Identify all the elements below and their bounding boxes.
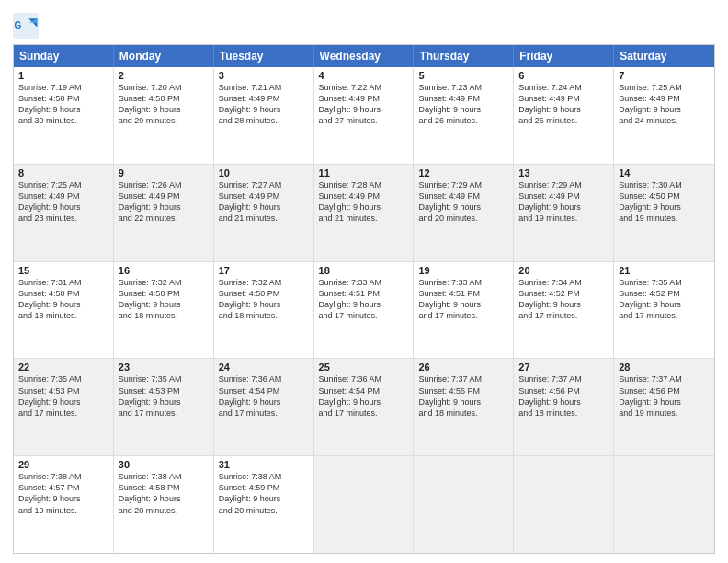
day-cell-24: 24Sunrise: 7:36 AMSunset: 4:54 PMDayligh…: [214, 359, 314, 455]
cell-info: Sunrise: 7:26 AMSunset: 4:49 PMDaylight:…: [119, 179, 209, 224]
day-cell-18: 18Sunrise: 7:33 AMSunset: 4:51 PMDayligh…: [314, 262, 415, 359]
cell-info: Sunrise: 7:32 AMSunset: 4:50 PMDaylight:…: [119, 277, 209, 322]
page: G SundayMondayTuesdayWednesdayThursdayFr…: [0, 0, 728, 563]
cell-info: Sunrise: 7:25 AMSunset: 4:49 PMDaylight:…: [18, 179, 108, 224]
day-number: 17: [219, 265, 309, 276]
day-cell-13: 13Sunrise: 7:29 AMSunset: 4:49 PMDayligh…: [514, 165, 614, 261]
day-number: 24: [219, 362, 309, 373]
cell-info: Sunrise: 7:31 AMSunset: 4:50 PMDaylight:…: [18, 277, 108, 322]
day-cell-11: 11Sunrise: 7:28 AMSunset: 4:49 PMDayligh…: [314, 165, 415, 261]
cell-info: Sunrise: 7:24 AMSunset: 4:49 PMDaylight:…: [518, 82, 609, 127]
day-number: 18: [319, 265, 409, 276]
empty-cell-4-5: [514, 456, 614, 553]
day-number: 25: [319, 362, 409, 373]
day-cell-2: 2Sunrise: 7:20 AMSunset: 4:50 PMDaylight…: [114, 67, 214, 164]
calendar-row-1: 8Sunrise: 7:25 AMSunset: 4:49 PMDaylight…: [14, 164, 714, 261]
calendar-body: 1Sunrise: 7:19 AMSunset: 4:50 PMDaylight…: [14, 67, 714, 553]
day-number: 30: [119, 459, 209, 470]
svg-text:G: G: [15, 20, 22, 30]
day-number: 3: [219, 70, 309, 81]
day-cell-20: 20Sunrise: 7:34 AMSunset: 4:52 PMDayligh…: [514, 262, 614, 359]
empty-cell-4-3: [314, 456, 415, 553]
header-day-thursday: Thursday: [414, 45, 514, 67]
cell-info: Sunrise: 7:34 AMSunset: 4:52 PMDaylight:…: [518, 277, 609, 322]
day-cell-30: 30Sunrise: 7:38 AMSunset: 4:58 PMDayligh…: [114, 456, 214, 553]
day-cell-3: 3Sunrise: 7:21 AMSunset: 4:49 PMDaylight…: [214, 67, 314, 164]
day-number: 31: [219, 459, 309, 470]
header-day-friday: Friday: [514, 45, 614, 67]
day-number: 1: [18, 70, 108, 81]
empty-cell-4-4: [414, 456, 514, 553]
cell-info: Sunrise: 7:20 AMSunset: 4:50 PMDaylight:…: [119, 82, 209, 127]
day-number: 23: [119, 362, 209, 373]
day-cell-9: 9Sunrise: 7:26 AMSunset: 4:49 PMDaylight…: [114, 165, 214, 261]
header-day-wednesday: Wednesday: [314, 45, 415, 67]
day-cell-1: 1Sunrise: 7:19 AMSunset: 4:50 PMDaylight…: [14, 67, 114, 164]
day-number: 11: [319, 167, 409, 178]
day-cell-12: 12Sunrise: 7:29 AMSunset: 4:49 PMDayligh…: [414, 165, 514, 261]
day-number: 22: [18, 362, 108, 373]
cell-info: Sunrise: 7:27 AMSunset: 4:49 PMDaylight:…: [219, 179, 309, 224]
day-cell-8: 8Sunrise: 7:25 AMSunset: 4:49 PMDaylight…: [14, 165, 114, 261]
day-number: 6: [518, 70, 609, 81]
header-day-sunday: Sunday: [14, 45, 114, 67]
cell-info: Sunrise: 7:37 AMSunset: 4:56 PMDaylight:…: [619, 373, 710, 419]
day-cell-27: 27Sunrise: 7:37 AMSunset: 4:56 PMDayligh…: [514, 359, 614, 455]
day-cell-16: 16Sunrise: 7:32 AMSunset: 4:50 PMDayligh…: [114, 262, 214, 359]
header-day-saturday: Saturday: [614, 45, 714, 67]
day-cell-21: 21Sunrise: 7:35 AMSunset: 4:52 PMDayligh…: [614, 262, 714, 359]
day-number: 4: [319, 70, 409, 81]
logo: G: [13, 13, 42, 39]
calendar: SundayMondayTuesdayWednesdayThursdayFrid…: [13, 44, 715, 554]
day-cell-31: 31Sunrise: 7:38 AMSunset: 4:59 PMDayligh…: [214, 456, 314, 553]
cell-info: Sunrise: 7:25 AMSunset: 4:49 PMDaylight:…: [619, 82, 710, 127]
logo-icon: G: [13, 13, 39, 39]
day-cell-19: 19Sunrise: 7:33 AMSunset: 4:51 PMDayligh…: [414, 262, 514, 359]
day-number: 29: [18, 459, 108, 470]
cell-info: Sunrise: 7:36 AMSunset: 4:54 PMDaylight:…: [219, 373, 309, 419]
day-number: 2: [119, 70, 209, 81]
day-number: 10: [219, 167, 309, 178]
day-number: 26: [418, 362, 508, 373]
cell-info: Sunrise: 7:33 AMSunset: 4:51 PMDaylight:…: [418, 277, 508, 322]
day-cell-22: 22Sunrise: 7:35 AMSunset: 4:53 PMDayligh…: [14, 359, 114, 455]
day-number: 27: [518, 362, 609, 373]
day-cell-23: 23Sunrise: 7:35 AMSunset: 4:53 PMDayligh…: [114, 359, 214, 455]
cell-info: Sunrise: 7:22 AMSunset: 4:49 PMDaylight:…: [319, 82, 409, 127]
day-number: 14: [619, 167, 710, 178]
calendar-row-3: 22Sunrise: 7:35 AMSunset: 4:53 PMDayligh…: [14, 358, 714, 455]
day-number: 13: [518, 167, 609, 178]
cell-info: Sunrise: 7:23 AMSunset: 4:49 PMDaylight:…: [418, 82, 508, 127]
day-number: 5: [418, 70, 508, 81]
cell-info: Sunrise: 7:21 AMSunset: 4:49 PMDaylight:…: [219, 82, 309, 127]
calendar-row-0: 1Sunrise: 7:19 AMSunset: 4:50 PMDaylight…: [14, 67, 714, 164]
cell-info: Sunrise: 7:19 AMSunset: 4:50 PMDaylight:…: [18, 82, 108, 127]
cell-info: Sunrise: 7:35 AMSunset: 4:53 PMDaylight:…: [18, 373, 108, 419]
cell-info: Sunrise: 7:37 AMSunset: 4:56 PMDaylight:…: [518, 373, 609, 419]
day-number: 21: [619, 265, 710, 276]
calendar-row-2: 15Sunrise: 7:31 AMSunset: 4:50 PMDayligh…: [14, 261, 714, 359]
empty-cell-4-6: [614, 456, 714, 553]
day-number: 12: [418, 167, 508, 178]
day-cell-14: 14Sunrise: 7:30 AMSunset: 4:50 PMDayligh…: [614, 165, 714, 261]
cell-info: Sunrise: 7:37 AMSunset: 4:55 PMDaylight:…: [418, 373, 508, 419]
day-cell-26: 26Sunrise: 7:37 AMSunset: 4:55 PMDayligh…: [414, 359, 514, 455]
cell-info: Sunrise: 7:38 AMSunset: 4:59 PMDaylight:…: [219, 471, 309, 516]
cell-info: Sunrise: 7:38 AMSunset: 4:58 PMDaylight:…: [119, 471, 209, 516]
day-number: 15: [18, 265, 108, 276]
header-day-monday: Monday: [114, 45, 214, 67]
cell-info: Sunrise: 7:38 AMSunset: 4:57 PMDaylight:…: [18, 471, 108, 516]
cell-info: Sunrise: 7:33 AMSunset: 4:51 PMDaylight:…: [319, 277, 409, 322]
header-day-tuesday: Tuesday: [214, 45, 314, 67]
cell-info: Sunrise: 7:32 AMSunset: 4:50 PMDaylight:…: [219, 277, 309, 322]
cell-info: Sunrise: 7:29 AMSunset: 4:49 PMDaylight:…: [518, 179, 609, 224]
day-number: 8: [18, 167, 108, 178]
day-number: 9: [119, 167, 209, 178]
day-cell-6: 6Sunrise: 7:24 AMSunset: 4:49 PMDaylight…: [514, 67, 614, 164]
calendar-row-4: 29Sunrise: 7:38 AMSunset: 4:57 PMDayligh…: [14, 455, 714, 553]
calendar-header: SundayMondayTuesdayWednesdayThursdayFrid…: [14, 45, 714, 67]
cell-info: Sunrise: 7:29 AMSunset: 4:49 PMDaylight:…: [418, 179, 508, 224]
cell-info: Sunrise: 7:28 AMSunset: 4:49 PMDaylight:…: [319, 179, 409, 224]
day-cell-5: 5Sunrise: 7:23 AMSunset: 4:49 PMDaylight…: [414, 67, 514, 164]
day-cell-10: 10Sunrise: 7:27 AMSunset: 4:49 PMDayligh…: [214, 165, 314, 261]
